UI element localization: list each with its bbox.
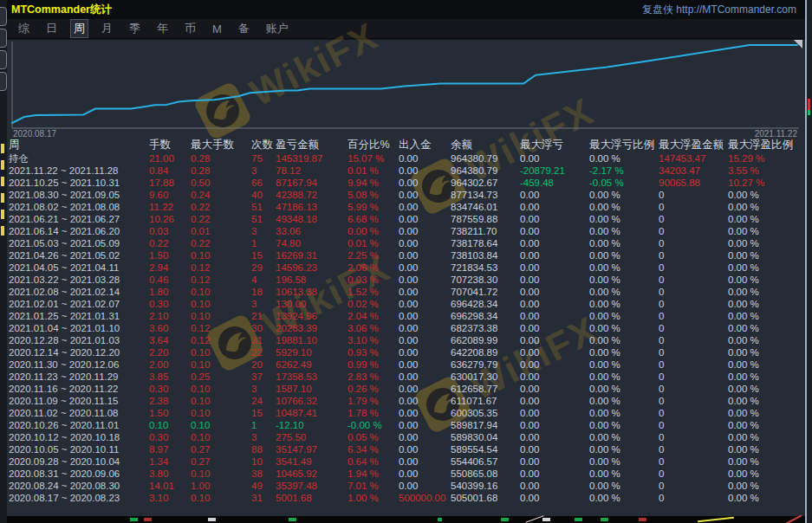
cell-pnl: 74.80 bbox=[276, 237, 348, 249]
menu-item-6[interactable]: 年 bbox=[154, 20, 171, 37]
cell-trades: 38 bbox=[251, 468, 276, 480]
cell-max-float-profit: 0 bbox=[659, 310, 728, 322]
cell-max-lots: 0.10 bbox=[191, 419, 251, 431]
cell-max-float-profit-pct: 15.29 % bbox=[728, 152, 805, 165]
table-row[interactable]: 2021.06.14 ~ 2021.06.200.030.01333.060.0… bbox=[7, 225, 805, 237]
cell-pnl-pct: 3.06 % bbox=[348, 322, 399, 334]
cell-lots: 0.46 bbox=[149, 274, 191, 286]
table-row[interactable]: 2021.04.26 ~ 2021.05.021.500.101516269.3… bbox=[7, 249, 805, 262]
cell-max-float-profit-pct: 0.00 % bbox=[728, 480, 805, 492]
menu-item-5[interactable]: 季 bbox=[127, 20, 143, 37]
indicator-line-red bbox=[786, 514, 802, 523]
cell-pnl-pct: 1.79 % bbox=[348, 395, 399, 407]
cell-lots: 11.22 bbox=[149, 201, 191, 213]
cell-max-float-loss: 0.00 bbox=[520, 455, 589, 468]
menu-item-3[interactable]: 周 bbox=[71, 20, 88, 37]
window-title: MTCommander统计 bbox=[7, 3, 112, 17]
candle-mark bbox=[639, 518, 646, 521]
cell-max-float-loss: 0.00 bbox=[520, 334, 589, 346]
cell-trades: 29 bbox=[251, 262, 276, 274]
table-row[interactable]: 2021.03.22 ~ 2021.03.280.460.124196.580.… bbox=[7, 274, 805, 286]
table-row[interactable]: 2020.10.26 ~ 2020.11.010.100.101-12.10-0… bbox=[7, 419, 805, 431]
cell-pnl-pct: 1.78 % bbox=[348, 407, 399, 419]
cell-period: 2021.08.02 ~ 2021.08.08 bbox=[9, 201, 149, 213]
cell-lots: 14.01 bbox=[149, 480, 191, 492]
col-header-max-float-profit-pct: 最大浮盈比例 bbox=[728, 137, 805, 152]
cell-pnl-pct: -0.00 % bbox=[348, 419, 399, 431]
cell-pnl: 13924.96 bbox=[276, 310, 348, 322]
cell-deposit-withdraw: 0.00 bbox=[399, 298, 451, 310]
website-link[interactable]: 复盘侠 http://MTCommander.com bbox=[642, 3, 805, 17]
cell-pnl-pct: 0.99 % bbox=[348, 358, 399, 371]
menu-item-8[interactable]: M bbox=[210, 22, 224, 36]
cell-max-float-profit-pct: 0.00 % bbox=[728, 492, 805, 504]
cell-lots: 0.22 bbox=[149, 237, 191, 249]
cell-max-float-profit-pct: 0.00 % bbox=[728, 334, 805, 346]
cell-max-float-profit-pct: 0.00 % bbox=[728, 213, 805, 225]
statistics-window: MTCommander统计 复盘侠 http://MTCommander.com… bbox=[7, 0, 805, 523]
cell-lots: 1.50 bbox=[149, 249, 191, 262]
table-row[interactable]: 2021.01.25 ~ 2021.01.312.100.102113924.9… bbox=[7, 310, 805, 322]
cell-max-float-profit: 0 bbox=[659, 371, 728, 383]
table-row[interactable]: 2021.11.22 ~ 2021.11.280.840.28378.120.0… bbox=[7, 165, 805, 177]
table-row[interactable]: 2021.05.03 ~ 2021.05.090.220.22174.800.0… bbox=[7, 237, 805, 249]
cell-period: 2021.03.22 ~ 2021.03.28 bbox=[9, 274, 149, 286]
cell-pnl: 10465.92 bbox=[276, 468, 348, 480]
cell-lots: 0.10 bbox=[149, 419, 191, 431]
menu-item-1[interactable]: 综 bbox=[16, 20, 32, 37]
table-row[interactable]: 2020.10.12 ~ 2020.10.180.300.103275.500.… bbox=[7, 431, 805, 443]
cell-period: 2020.11.16 ~ 2020.11.22 bbox=[9, 383, 149, 395]
table-row[interactable]: 2020.12.28 ~ 2021.01.033.640.123119881.1… bbox=[7, 334, 805, 346]
col-header-period: 周 bbox=[9, 137, 149, 152]
cell-trades: 1 bbox=[251, 237, 276, 249]
table-row[interactable]: 2020.08.17 ~ 2020.08.233.100.10315001.68… bbox=[7, 492, 805, 504]
title-bar: MTCommander统计 复盘侠 http://MTCommander.com bbox=[7, 0, 805, 19]
cell-max-float-profit-pct: 0.00 % bbox=[728, 468, 805, 480]
cell-deposit-withdraw: 0.00 bbox=[399, 334, 451, 346]
indicator-line-white bbox=[525, 515, 543, 522]
table-row[interactable]: 2020.11.16 ~ 2020.11.220.300.1031587.100… bbox=[7, 383, 805, 395]
table-row[interactable]: 2021.02.08 ~ 2021.02.141.800.101810613.3… bbox=[7, 286, 805, 298]
table-row[interactable]: 2020.11.02 ~ 2020.11.081.500.101510487.4… bbox=[7, 407, 805, 419]
menu-item-4[interactable]: 月 bbox=[99, 20, 115, 37]
menu-item-7[interactable]: 币 bbox=[182, 20, 198, 37]
table-row[interactable]: 2021.06.21 ~ 2021.06.2710.260.225149348.… bbox=[7, 213, 805, 225]
table-row[interactable]: 2021.10.25 ~ 2021.10.3117.880.506687167.… bbox=[7, 177, 805, 189]
menu-item-10[interactable]: 账户 bbox=[263, 20, 291, 37]
cell-max-float-loss: 0.00 bbox=[520, 225, 589, 237]
cell-deposit-withdraw: 0.00 bbox=[399, 189, 451, 201]
menu-item-2[interactable]: 日 bbox=[43, 20, 60, 37]
cell-period: 2020.08.17 ~ 2020.08.23 bbox=[9, 492, 149, 504]
table-row[interactable]: 2020.08.31 ~ 2020.09.063.800.103810465.9… bbox=[7, 468, 805, 480]
cell-max-float-loss-pct: 0.00 % bbox=[589, 480, 659, 492]
cell-deposit-withdraw: 0.00 bbox=[399, 310, 451, 322]
cell-max-float-profit: 0 bbox=[659, 383, 728, 395]
cell-max-float-profit-pct: 0.00 % bbox=[728, 225, 805, 237]
table-row[interactable]: 2020.11.09 ~ 2020.11.152.380.102410766.3… bbox=[7, 395, 805, 407]
table-row[interactable]: 2020.10.05 ~ 2020.10.118.970.278835147.9… bbox=[7, 443, 805, 455]
cell-deposit-withdraw: 0.00 bbox=[399, 407, 451, 419]
table-row[interactable]: 2020.11.23 ~ 2020.11.293.850.253717358.5… bbox=[7, 371, 805, 383]
table-row[interactable]: 2021.02.01 ~ 2021.02.070.300.103130.000.… bbox=[7, 298, 805, 310]
table-row[interactable]: 2020.09.28 ~ 2020.10.041.340.27103541.49… bbox=[7, 455, 805, 468]
cell-max-float-loss-pct: 0.00 % bbox=[589, 213, 659, 225]
table-row[interactable]: 2021.04.05 ~ 2021.04.112.940.122914596.2… bbox=[7, 262, 805, 274]
cell-max-float-loss: 0.00 bbox=[520, 419, 589, 431]
cell-lots: 3.10 bbox=[149, 492, 191, 504]
table-row[interactable]: 2020.12.14 ~ 2020.12.202.200.10225929.10… bbox=[7, 346, 805, 358]
cell-pnl-pct: 0.01 % bbox=[348, 165, 399, 177]
cell-pnl-pct: 6.34 % bbox=[348, 443, 399, 455]
cell-deposit-withdraw: 0.00 bbox=[399, 213, 451, 225]
table-row[interactable]: 2020.11.30 ~ 2020.12.062.000.10206262.49… bbox=[7, 358, 805, 371]
table-row[interactable]: 持仓21.000.2875145319.8715.07 %0.00964380.… bbox=[7, 152, 805, 165]
balance-chart: 2020.08.17 2021.11.22 bbox=[7, 39, 805, 138]
table-row[interactable]: 2021.08.30 ~ 2021.09.059.600.244042388.7… bbox=[7, 189, 805, 201]
cell-trades: 75 bbox=[251, 152, 276, 165]
candle-mark bbox=[289, 518, 296, 521]
resize-grip[interactable] bbox=[794, 40, 802, 48]
table-row[interactable]: 2021.01.04 ~ 2021.01.103.600.123020283.3… bbox=[7, 322, 805, 334]
menu-item-9[interactable]: 备 bbox=[236, 20, 252, 37]
table-row[interactable]: 2020.08.24 ~ 2020.08.3014.011.004935397.… bbox=[7, 480, 805, 492]
cell-balance: 630017.30 bbox=[451, 371, 520, 383]
table-row[interactable]: 2021.08.02 ~ 2021.08.0811.220.225147186.… bbox=[7, 201, 805, 213]
